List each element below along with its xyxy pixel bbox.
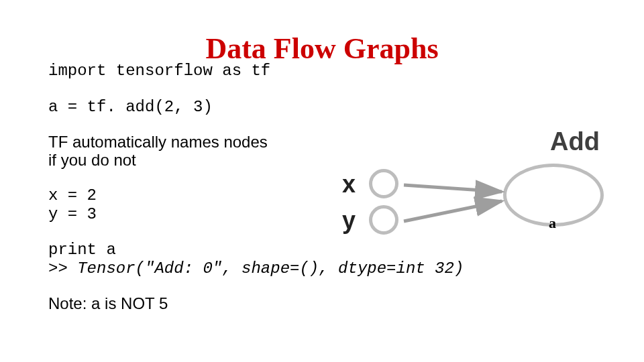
note-text: Note: a is NOT 5 [48,295,598,312]
svg-line-1 [404,201,502,221]
slide-title: Data Flow Graphs [0,32,644,66]
code-assign-a: a = tf. add(2, 3) [48,98,598,117]
code-output: >> Tensor("Add: 0", shape=(), dtype=int … [48,259,598,278]
diagram-edges [342,131,624,252]
svg-line-0 [404,185,502,192]
code-import: import tensorflow as tf [48,62,598,80]
diagram-label-a: a [549,215,556,232]
graph-diagram: Add x y a [342,131,624,252]
